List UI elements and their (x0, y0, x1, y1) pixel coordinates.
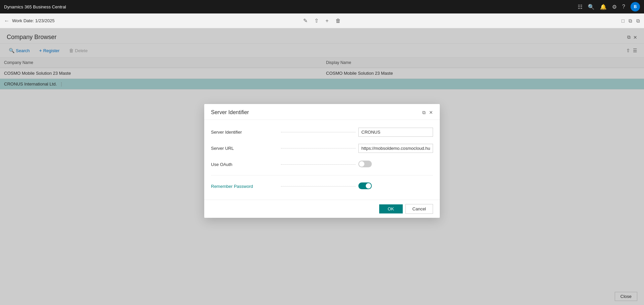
toggle-thumb (366, 183, 371, 189)
collapse-icon[interactable]: ⧉ (636, 18, 640, 24)
share-icon[interactable]: ⇧ (314, 18, 319, 24)
modal-expand-icon[interactable]: ⧉ (422, 110, 426, 115)
remember-password-row: Remember Password (211, 181, 433, 192)
server-identifier-label: Server Identifier (211, 130, 278, 135)
server-url-label: Server URL (211, 146, 278, 151)
use-oauth-toggle[interactable] (358, 161, 372, 167)
ok-button[interactable]: OK (379, 204, 403, 213)
expand-icon[interactable]: □ (621, 18, 624, 24)
edit-icon[interactable]: ✎ (303, 18, 308, 24)
server-url-input[interactable] (358, 144, 433, 153)
use-oauth-field (358, 161, 433, 168)
app-title: Dynamics 365 Business Central (4, 4, 66, 9)
document-icon[interactable]: ☷ (578, 4, 582, 10)
work-date: Work Date: 1/23/2025 (12, 18, 55, 23)
help-icon[interactable]: ? (622, 4, 625, 10)
modal-header: Server Identifier ⧉ ✕ (204, 104, 440, 120)
user-avatar[interactable]: B (631, 2, 640, 11)
second-bar: ← Work Date: 1/23/2025 ✎ ⇧ + 🗑 □ ⧉ ⧉ (0, 13, 644, 28)
second-bar-right: □ ⧉ ⧉ (621, 18, 640, 24)
server-identifier-input[interactable] (358, 128, 433, 137)
detach-icon[interactable]: ⧉ (629, 18, 632, 24)
dotted-separator (281, 132, 356, 132)
modal-title: Server Identifier (211, 109, 249, 115)
remember-password-label: Remember Password (211, 184, 278, 189)
top-bar: Dynamics 365 Business Central ☷ 🔍 🔔 ⚙ ? … (0, 0, 644, 13)
add-icon[interactable]: + (325, 18, 328, 24)
modal-body: Server Identifier Server URL (204, 120, 440, 200)
server-url-field (358, 144, 433, 153)
form-separator (211, 175, 433, 175)
modal-close-icon[interactable]: ✕ (429, 110, 433, 115)
back-button[interactable]: ← (4, 18, 9, 24)
modal-footer: OK Cancel (204, 200, 440, 218)
remember-password-toggle[interactable] (358, 182, 372, 189)
use-oauth-label: Use OAuth (211, 162, 278, 167)
server-identifier-row: Server Identifier (211, 127, 433, 137)
remember-password-field (358, 182, 433, 190)
toggle-thumb (359, 161, 364, 167)
top-bar-icons: ☷ 🔍 🔔 ⚙ ? B (578, 2, 640, 11)
second-bar-center: ✎ ⇧ + 🗑 (303, 18, 341, 24)
dotted-separator (281, 186, 356, 187)
server-identifier-field (358, 128, 433, 137)
main-area: Company Browser ⧉ ✕ 🔍 Search + Register … (0, 28, 644, 305)
server-url-row: Server URL (211, 143, 433, 154)
dotted-separator (281, 164, 356, 165)
dotted-separator (281, 148, 356, 148)
second-bar-left: ← Work Date: 1/23/2025 (4, 18, 55, 24)
server-identifier-dialog: Server Identifier ⧉ ✕ Server Identifier (204, 104, 440, 218)
search-icon[interactable]: 🔍 (588, 4, 595, 10)
cancel-button[interactable]: Cancel (405, 204, 433, 214)
settings-icon[interactable]: ⚙ (612, 4, 617, 10)
bell-icon[interactable]: 🔔 (600, 4, 607, 10)
delete-icon[interactable]: 🗑 (335, 18, 341, 24)
modal-header-icons: ⧉ ✕ (422, 110, 433, 115)
use-oauth-row: Use OAuth (211, 159, 433, 170)
